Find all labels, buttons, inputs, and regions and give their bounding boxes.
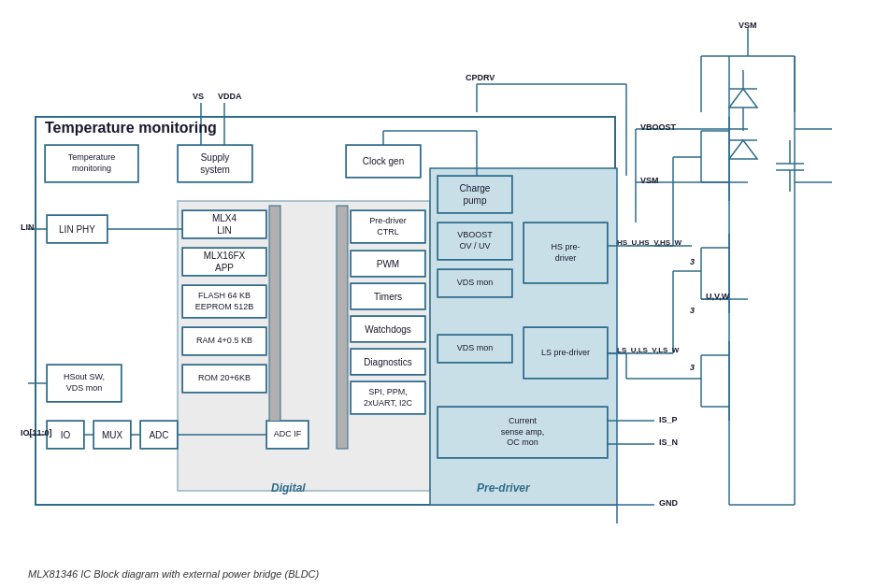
vsm-mid-label: VSM	[640, 176, 659, 185]
rom-block: ROM 20+6KB	[182, 365, 266, 393]
svg-marker-74	[729, 89, 757, 108]
is-n-label: IS_N	[659, 437, 678, 447]
digital-label: Digital	[271, 481, 306, 495]
io-block: IO	[47, 421, 84, 449]
spi-ppm-block: SPI, PPM,2xUART, I2C	[351, 381, 425, 414]
clock-gen-block: Clock gen	[346, 145, 421, 178]
vboost-label: VBOOST	[640, 122, 676, 132]
pre-driver-label: Pre-driver	[477, 481, 530, 495]
hs-pre-driver-block: HS pre-driver	[524, 222, 608, 283]
pwm-block: PWM	[351, 251, 425, 277]
diagnostics-block: Diagnostics	[351, 349, 425, 375]
is-p-label: IS_P	[659, 415, 678, 424]
ls-uvw-label: LS_U,LS_V,LS_W	[617, 346, 679, 354]
flash-block: FLASH 64 KBEEPROM 512B	[182, 285, 266, 318]
adc-block: ADC	[140, 421, 178, 449]
current-sense-block: Currentsense amp,OC mon	[438, 407, 608, 458]
hs-uvw-label: HS_U,HS_V,HS_W	[617, 238, 681, 247]
lin-phy-block: LIN PHY	[47, 215, 108, 243]
mlx4-lin-block: MLX4LIN	[182, 210, 266, 238]
ls-pre-driver-block: LS pre-driver	[524, 327, 608, 379]
num3-1: 3	[690, 257, 695, 266]
mux-block: MUX	[93, 421, 131, 449]
num3-2: 3	[690, 306, 695, 315]
chip-name: Temperature monitoring	[45, 120, 217, 136]
charge-pump-block: Chargepump	[438, 176, 512, 213]
num3-3: 3	[690, 363, 695, 372]
vds-mon-top-block: VDS mon	[438, 269, 512, 297]
io-label: IO[11:0]	[21, 428, 52, 437]
vs-label: VS	[193, 92, 204, 101]
gnd-label: GND	[659, 498, 678, 508]
diagram-caption: MLX81346 IC Block diagram with external …	[19, 568, 856, 580]
mlx16fx-block: MLX16FXAPP	[182, 248, 266, 276]
vdda-label: VDDA	[218, 92, 242, 101]
vboost-ov-block: VBOOSTOV / UV	[438, 222, 512, 260]
svg-rect-31	[337, 206, 348, 449]
svg-rect-30	[269, 206, 280, 439]
watchdogs-block: Watchdogs	[351, 316, 425, 342]
cpdrv-label: CPDRV	[466, 73, 495, 82]
adc-if-block: ADC IF	[266, 421, 308, 449]
svg-marker-78	[729, 140, 757, 159]
ram-block: RAM 4+0.5 KB	[182, 327, 266, 355]
timers-block: Timers	[351, 283, 425, 309]
supply-system-block: Supplysystem	[178, 145, 252, 182]
hsout-sw-block: HSout SW,VDS mon	[47, 365, 122, 402]
vds-mon-bot-block: VDS mon	[438, 335, 512, 363]
pre-driver-ctrl-block: Pre-driverCTRL	[351, 210, 425, 243]
uvw-label: U,V,W	[706, 292, 729, 301]
vsm-top-label: VSM	[739, 21, 757, 30]
temp-monitoring-block: Temperaturemonitoring	[45, 145, 138, 182]
lin-label: LIN	[21, 222, 35, 232]
block-diagram: Temperature monitoring Temperaturemonito…	[19, 19, 856, 561]
